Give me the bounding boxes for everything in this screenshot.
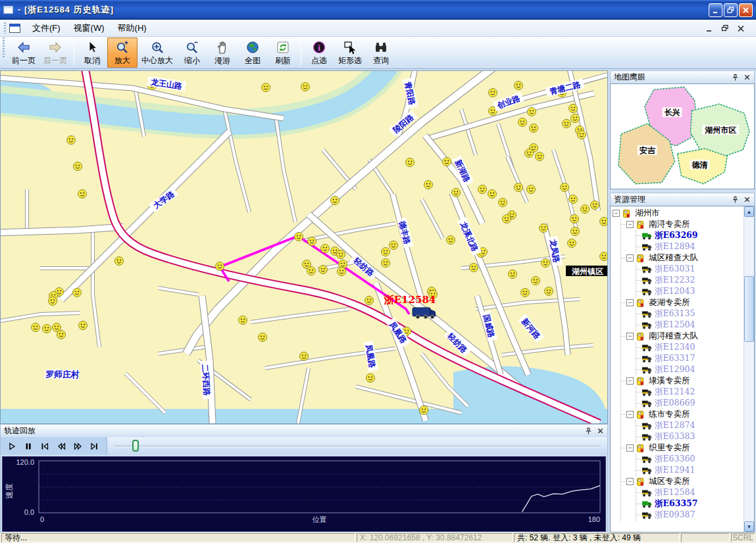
smiley-marker	[74, 162, 82, 171]
close-button[interactable]	[739, 3, 753, 17]
tree-group-4[interactable]: −埭溪专卖所	[621, 375, 743, 387]
tree-vehicle-浙E63360[interactable]: 浙E63360	[636, 454, 743, 465]
tree-group-2[interactable]: −菱湖专卖所	[621, 297, 743, 308]
tree-vehicle-浙E63317[interactable]: 浙E63317	[636, 353, 743, 364]
menu-item-1[interactable]: 视窗(W)	[67, 20, 111, 36]
tree-group-5[interactable]: −练市专卖所	[621, 409, 743, 420]
region-label: 德清	[690, 160, 709, 170]
tree-scrollbar[interactable]: ▲ ▼	[743, 206, 754, 532]
tree-vehicle-浙E12584[interactable]: 浙E12584	[636, 487, 743, 498]
zoom-center-icon	[150, 40, 164, 55]
toolbar-binoculars-button[interactable]: 查询	[366, 37, 396, 68]
tree-vehicle-浙E12340[interactable]: 浙E12340	[636, 342, 743, 353]
step-start-button[interactable]	[38, 440, 52, 453]
expander-icon[interactable]: −	[613, 210, 620, 217]
playback-controls	[1, 437, 607, 455]
toolbar-globe-button[interactable]: 全图	[238, 37, 268, 68]
map-canvas[interactable]: 龙王山路青阳路陵阳路创业路青塘二路新湖路大学路德丰路龙溪北路轻纺路轻纺路凤凰路凤…	[0, 70, 608, 424]
pin-icon[interactable]	[585, 427, 592, 435]
tree-vehicle-浙E63135[interactable]: 浙E63135	[636, 308, 743, 319]
close-panel-icon[interactable]	[743, 196, 751, 203]
tree-vehicle-浙E12504[interactable]: 浙E12504	[636, 319, 743, 331]
toolbar-grip[interactable]	[3, 37, 5, 59]
tree-group-7[interactable]: −城区专卖所	[621, 476, 743, 487]
tree-vehicle-浙E12043[interactable]: 浙E12043	[636, 286, 743, 297]
tree-vehicle-浙E63357[interactable]: 浙E63357	[636, 498, 743, 509]
play-button[interactable]	[5, 440, 19, 453]
step-end-button[interactable]	[87, 440, 101, 453]
expander-icon[interactable]: −	[626, 478, 634, 485]
tree-vehicle-浙E12142[interactable]: 浙E12142	[636, 387, 743, 398]
status-spacer	[681, 533, 730, 542]
toolbar-info-button[interactable]: i点选	[304, 37, 334, 68]
eagle-overview-map[interactable]: 长兴湖州市区安吉德清	[610, 83, 755, 189]
smiley-marker	[43, 325, 51, 333]
smiley-marker	[509, 270, 517, 279]
slider-thumb[interactable]	[132, 440, 139, 452]
tree-vehicle-浙E08669[interactable]: 浙E08669	[636, 398, 743, 409]
toolbar-zoom-out-button[interactable]: 缩小	[177, 37, 207, 68]
expander-icon[interactable]: −	[626, 299, 634, 306]
scroll-up-button[interactable]: ▲	[744, 206, 754, 217]
smiley-marker	[262, 83, 270, 92]
pin-icon[interactable]	[732, 196, 739, 204]
play-icon	[7, 442, 16, 451]
scroll-down-button[interactable]: ▼	[744, 521, 754, 532]
depot-icon	[636, 332, 645, 341]
mdi-minimize-button[interactable]	[705, 24, 714, 32]
smiley-marker	[295, 233, 303, 241]
slider-track[interactable]	[114, 446, 601, 447]
menubar-grip[interactable]	[4, 22, 6, 34]
tree-vehicle-浙E63269[interactable]: 浙E63269	[636, 230, 743, 241]
playback-slider[interactable]	[107, 437, 607, 455]
expander-icon[interactable]: −	[626, 221, 634, 228]
tree-vehicle-浙E12904[interactable]: 浙E12904	[636, 364, 743, 375]
tree-vehicle-浙E12232[interactable]: 浙E12232	[636, 275, 743, 286]
expander-icon[interactable]: −	[626, 444, 634, 452]
toolbar-cursor-button[interactable]: 取消	[77, 37, 107, 68]
tree-group-3[interactable]: −南浔稽查大队	[621, 331, 743, 342]
depot-icon	[636, 220, 645, 229]
toolbar-zoom-center-button[interactable]: 中心放大	[138, 37, 177, 68]
toolbar-label: 缩小	[184, 55, 200, 66]
scroll-thumb[interactable]	[744, 276, 754, 342]
truck-icon	[642, 399, 652, 408]
vehicle-label: 浙E12142	[655, 387, 695, 398]
menu-item-2[interactable]: 帮助(H)	[111, 20, 153, 36]
menu-item-0[interactable]: 文件(F)	[26, 20, 67, 36]
expander-icon[interactable]: −	[626, 411, 634, 418]
tree-group-0[interactable]: −南浔专卖所	[621, 219, 743, 230]
tree-vehicle-浙E63031[interactable]: 浙E63031	[636, 264, 743, 275]
close-panel-icon[interactable]	[743, 74, 751, 81]
minimize-button[interactable]	[709, 3, 722, 17]
toolbar-zoom-in-button[interactable]: 放大	[107, 37, 138, 68]
tree-group-1[interactable]: −城区稽查大队	[621, 252, 743, 264]
pin-icon[interactable]	[732, 74, 739, 82]
tree-vehicle-浙E12941[interactable]: 浙E12941	[636, 465, 743, 476]
expander-icon[interactable]: −	[626, 377, 634, 385]
toolbar-arrow-right-button[interactable]: 后一页	[39, 37, 71, 68]
tree-root-huzhou[interactable]: −湖州市	[611, 208, 743, 219]
rewind-button[interactable]	[54, 440, 68, 453]
fast-forward-button[interactable]	[70, 440, 85, 453]
step-start-icon	[40, 442, 49, 451]
mdi-close-button[interactable]	[736, 24, 745, 32]
vehicle-label: 浙E63135	[655, 308, 695, 319]
expander-icon[interactable]: −	[626, 254, 634, 262]
tree-group-6[interactable]: −织里专卖所	[621, 442, 743, 454]
toolbar-hand-button[interactable]: 漫游	[207, 37, 238, 68]
toolbar-arrow-left-button[interactable]: 前一页	[8, 37, 39, 68]
tree-vehicle-浙E09387[interactable]: 浙E09387	[636, 509, 743, 521]
mdi-restore-button[interactable]	[720, 24, 730, 32]
tree-vehicle-浙E12874[interactable]: 浙E12874	[636, 420, 743, 431]
expander-icon[interactable]: −	[626, 333, 634, 340]
tree-vehicle-浙E63383[interactable]: 浙E63383	[636, 431, 743, 442]
vehicle-label: 浙E08669	[655, 398, 695, 409]
tree-vehicle-浙E12894[interactable]: 浙E12894	[636, 241, 743, 252]
close-panel-icon[interactable]	[597, 427, 604, 435]
binoculars-icon	[374, 40, 388, 55]
pause-button[interactable]	[21, 440, 36, 453]
toolbar-rect-select-button[interactable]: 矩形选	[334, 37, 366, 68]
toolbar-refresh-button[interactable]: 刷新	[268, 37, 298, 68]
restore-button[interactable]	[724, 3, 738, 17]
